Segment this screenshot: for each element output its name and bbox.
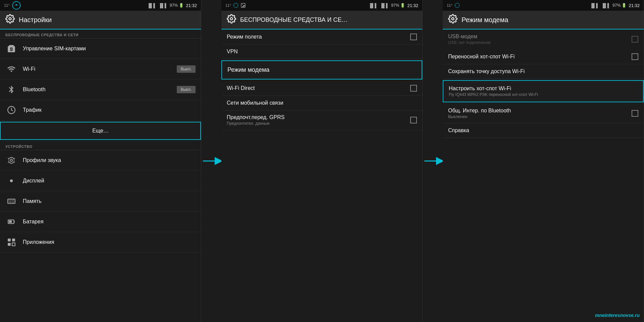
traffic-content: Трафик — [23, 107, 196, 113]
menu-item-bt-sharing[interactable]: Общ. Интер. по Bluetooth Выключен — [443, 104, 644, 123]
wifi-direct-label: Wi-Fi Direct — [227, 85, 410, 91]
arrow-2-svg — [423, 148, 443, 174]
status-bar-3: 11° ▐▌▌ ▐▌▌ 97% 🔋 21:32 — [443, 0, 644, 11]
status-bar-2: 11° ▐▌▌ ▐▌▌ 97% 🔋 21:32 — [221, 0, 422, 11]
signal-bars: ▐▌▌ — [147, 3, 157, 8]
content-1: БЕСПРОВОДНЫЕ СРЕДСТВА И СЕТИ Управление … — [0, 30, 201, 322]
display-icon — [5, 175, 17, 187]
status-left-3: 11° — [447, 3, 460, 8]
usb-checkbox[interactable] — [632, 36, 638, 43]
help-label: Справка — [448, 127, 638, 133]
menu-item-save-hotspot[interactable]: Сохранять точку доступа Wi-Fi — [443, 64, 644, 79]
help-content: Справка — [448, 127, 638, 133]
sound-content: Профили звука — [23, 157, 196, 163]
status-bar-1: 11° ▐▌▌ ▐▌▌ 97% 🔋 21:32 — [0, 0, 201, 11]
airplane-checkbox[interactable] — [410, 34, 417, 40]
svg-point-19 — [242, 4, 243, 5]
page-title-3: Режим модема — [462, 16, 508, 24]
status-right-1: ▐▌▌ ▐▌▌ 97% 🔋 21:32 — [147, 3, 197, 8]
more-content: Еще… — [6, 126, 195, 135]
traffic-icon — [5, 104, 17, 116]
hotspot-checkbox[interactable] — [632, 53, 638, 60]
sound-label: Профили звука — [23, 157, 196, 163]
menu-item-hotspot[interactable]: Переносной хот-спот Wi-Fi — [443, 49, 644, 64]
svg-point-5 — [10, 179, 13, 182]
sim-label: Управление SIM-картами — [23, 46, 196, 52]
menu-item-vpn[interactable]: VPN — [221, 45, 422, 59]
menu-item-sound[interactable]: Профили звука — [0, 150, 201, 171]
memory-icon — [5, 195, 17, 207]
usb-label: USB-модем — [448, 34, 632, 40]
usb-subtitle: USB: нет подключения — [448, 40, 632, 45]
sound-icon — [5, 154, 17, 166]
bluetooth-toggle[interactable]: Выкл. — [177, 86, 196, 93]
title-bar-1: Настройки — [0, 11, 201, 30]
battery-icon — [5, 216, 17, 228]
status-right-2: ▐▌▌ ▐▌▌ 97% 🔋 21:32 — [369, 3, 418, 8]
more-label: Еще… — [6, 126, 195, 135]
panel-3: 11° ▐▌▌ ▐▌▌ 97% 🔋 21:32 Режим модема USB… — [443, 0, 644, 322]
gprs-checkbox[interactable] — [410, 117, 417, 123]
menu-item-more[interactable]: Еще… — [0, 122, 201, 140]
battery-label: Батарея — [23, 219, 196, 225]
wifi-direct-checkbox[interactable] — [410, 85, 417, 92]
content-2: Режим полета VPN Режим модема Wi-Fi Dire… — [221, 30, 422, 322]
status-left-2: 11° — [225, 3, 246, 8]
svg-rect-13 — [8, 238, 11, 241]
svg-rect-12 — [9, 221, 12, 223]
menu-item-usb[interactable]: USB-модем USB: нет подключения — [443, 30, 644, 49]
bt-sharing-checkbox[interactable] — [632, 110, 638, 117]
svg-point-17 — [233, 3, 238, 7]
svg-rect-6 — [8, 199, 15, 204]
menu-item-sim[interactable]: Управление SIM-картами — [0, 39, 201, 59]
svg-point-23 — [452, 18, 454, 20]
apps-label: Приложения — [23, 239, 196, 245]
apps-content: Приложения — [23, 239, 196, 245]
settings-gear-icon-2 — [227, 14, 236, 25]
arrow-1-svg — [201, 148, 221, 174]
save-hotspot-label: Сохранять точку доступа Wi-Fi — [448, 68, 638, 74]
title-bar-3: Режим модема — [443, 11, 644, 30]
android-icon-3 — [454, 3, 460, 8]
menu-item-battery[interactable]: Батарея — [0, 212, 201, 232]
wifi-label: Wi-Fi — [23, 66, 177, 72]
bluetooth-content: Bluetooth — [23, 87, 177, 93]
time-p2: 21:32 — [407, 3, 418, 8]
menu-item-wifi-direct[interactable]: Wi-Fi Direct — [221, 81, 422, 96]
configure-hotspot-subtitle: Fly IQ443 WPA2 PSK переносной хот-спот W… — [449, 92, 638, 97]
temp-icon-3: 11° — [447, 3, 452, 7]
menu-item-traffic[interactable]: Трафик — [0, 100, 201, 120]
temp-icon: 11° — [4, 3, 10, 7]
menu-item-configure-hotspot[interactable]: Настроить хот-спот Wi-Fi Fly IQ443 WPA2 … — [443, 80, 644, 102]
time-p3: 21:32 — [629, 3, 640, 8]
menu-item-display[interactable]: Дисплей — [0, 171, 201, 191]
mobile-label: Сети мобильной связи — [227, 100, 417, 106]
title-bar-2: БЕСПРОВОДНЫЕ СРЕДСТВА И СЕ… — [221, 11, 422, 30]
signal-bars-p2: ▐▌▌ — [369, 3, 378, 8]
svg-rect-15 — [8, 243, 11, 246]
menu-item-help[interactable]: Справка — [443, 123, 644, 138]
wifi-toggle[interactable]: Выкл. — [177, 65, 196, 73]
panel-1: 11° ▐▌▌ ▐▌▌ 97% 🔋 21:32 Настройки БЕСПРО… — [0, 0, 201, 322]
hotspot-label: Переносной хот-спот Wi-Fi — [448, 54, 632, 60]
menu-item-wifi[interactable]: Wi-Fi Выкл. — [0, 59, 201, 79]
modem-content: Режим модема — [227, 66, 416, 73]
menu-item-gprs[interactable]: Предпочт.перед. GPRS Предпочтител. данны… — [221, 110, 422, 130]
menu-item-airplane[interactable]: Режим полета — [221, 30, 422, 45]
menu-item-mobile[interactable]: Сети мобильной связи — [221, 96, 422, 110]
android-icon-2 — [233, 3, 238, 8]
sim-content: Управление SIM-картами — [23, 46, 196, 52]
wifi-content: Wi-Fi — [23, 66, 177, 72]
usb-content: USB-модем USB: нет подключения — [448, 34, 632, 45]
svg-point-1 — [15, 4, 16, 5]
bluetooth-label: Bluetooth — [23, 87, 177, 93]
sim-icon — [5, 43, 17, 55]
menu-item-memory[interactable]: Память — [0, 191, 201, 212]
hotspot-content: Переносной хот-спот Wi-Fi — [448, 54, 632, 60]
memory-label: Память — [23, 198, 196, 204]
menu-item-modem[interactable]: Режим модема — [221, 60, 422, 79]
memory-content: Память — [23, 198, 196, 204]
menu-item-bluetooth[interactable]: Bluetooth Выкл. — [0, 79, 201, 100]
temp-icon-2: 11° — [225, 3, 231, 7]
menu-item-apps[interactable]: Приложения — [0, 232, 201, 253]
